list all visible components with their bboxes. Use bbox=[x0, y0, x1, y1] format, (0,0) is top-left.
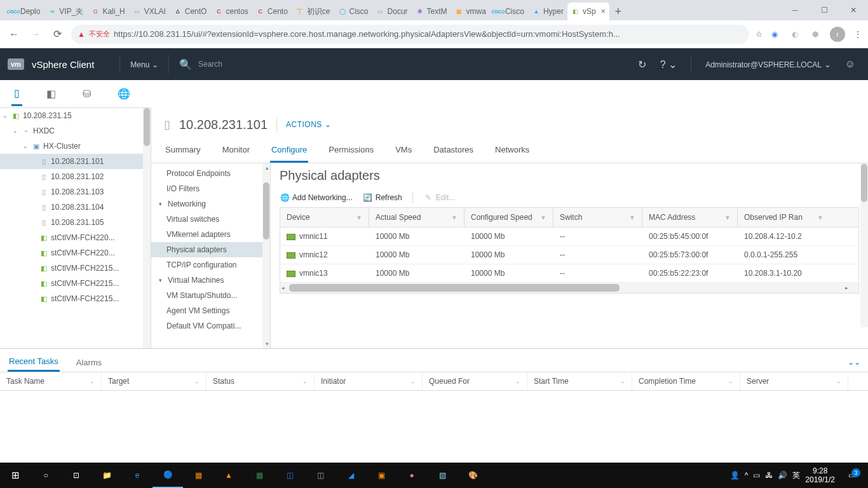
reload-button[interactable]: ⟳ bbox=[50, 28, 65, 40]
volume-icon[interactable]: 🔊 bbox=[778, 471, 787, 480]
taskbar-app[interactable]: 🎨 bbox=[458, 463, 488, 488]
filter-icon[interactable]: ▼ bbox=[817, 214, 824, 221]
tab-configure[interactable]: Configure bbox=[270, 139, 308, 163]
tree-datacenter[interactable]: ⌄▫HXDC bbox=[0, 123, 151, 139]
vms-templates-icon[interactable]: ◧ bbox=[44, 83, 58, 105]
cfg-item[interactable]: Protocol Endpoints bbox=[151, 166, 270, 181]
url-field[interactable]: ▲ 不安全 https://10.208.231.15/ui/#?extensi… bbox=[71, 25, 749, 44]
cfg-item[interactable]: Agent VM Settings bbox=[151, 303, 270, 318]
column-header[interactable]: Device▼ bbox=[280, 208, 369, 227]
menu-icon[interactable]: ⋮ bbox=[854, 30, 862, 39]
close-window-button[interactable]: ✕ bbox=[839, 0, 868, 20]
ime-indicator[interactable]: 英 bbox=[792, 470, 800, 481]
new-tab-button[interactable]: + bbox=[609, 3, 627, 20]
minimize-button[interactable]: ─ bbox=[780, 0, 810, 20]
battery-icon[interactable]: ▭ bbox=[753, 471, 760, 480]
browser-tab[interactable]: ▦vmwa bbox=[451, 3, 490, 20]
profile-avatar[interactable]: r bbox=[830, 27, 845, 42]
cfg-item[interactable]: ▾Virtual Machines bbox=[151, 273, 270, 288]
taskbar-app[interactable]: ◢ bbox=[336, 463, 366, 488]
taskbar-app[interactable]: ▣ bbox=[366, 463, 397, 488]
browser-tab[interactable]: ▭VXLAI bbox=[129, 3, 170, 20]
maximize-button[interactable]: ☐ bbox=[810, 0, 839, 20]
taskbar-app[interactable]: ▲ bbox=[214, 463, 244, 488]
cfg-item[interactable]: Physical adapters bbox=[151, 242, 270, 257]
column-header[interactable]: Switch▼ bbox=[553, 208, 642, 227]
tree-vm[interactable]: ◧stCtlVM-FCH2215... bbox=[0, 261, 151, 276]
browser-tab[interactable]: 丁初识ce bbox=[292, 3, 334, 20]
browser-tab[interactable]: ◯Cisco bbox=[334, 3, 372, 20]
browser-tab[interactable]: Ccentos bbox=[210, 3, 252, 20]
extension-icon[interactable]: ⬢ bbox=[810, 29, 821, 40]
network-icon[interactable]: 🖧 bbox=[765, 471, 773, 480]
tab-vms[interactable]: VMs bbox=[394, 139, 413, 163]
tree-host[interactable]: ▯10.208.231.104 bbox=[0, 200, 151, 215]
table-row[interactable]: vmnic1310000 Mb10000 Mb--00:25:b5:22:23:… bbox=[280, 264, 858, 283]
tree-vm[interactable]: ◧stCtlVM-FCH220... bbox=[0, 245, 151, 261]
refresh-button[interactable]: 🔄Refresh bbox=[363, 193, 402, 203]
browser-tab[interactable]: ciscoDeplo bbox=[5, 3, 44, 20]
networking-icon[interactable]: 🌐 bbox=[115, 83, 133, 105]
filter-icon[interactable]: ▼ bbox=[451, 214, 458, 221]
tree-vm[interactable]: ◧stCtlVM-FCH2215... bbox=[0, 291, 151, 306]
notifications-button[interactable]: ▭ 3 bbox=[840, 471, 863, 480]
tab-monitor[interactable]: Monitor bbox=[221, 139, 251, 163]
edit-button[interactable]: ✎Edit... bbox=[423, 193, 456, 203]
tree-cluster[interactable]: ⌄▣HX-Cluster bbox=[0, 139, 151, 154]
column-header[interactable]: Actual Speed▼ bbox=[369, 208, 465, 227]
cfg-item[interactable]: Default VM Compati... bbox=[151, 318, 270, 334]
tab-networks[interactable]: Networks bbox=[494, 139, 531, 163]
collapse-icon[interactable]: ⌄⌄ bbox=[848, 358, 860, 367]
actions-button[interactable]: ACTIONS ⌄ bbox=[286, 120, 331, 129]
filter-icon[interactable]: ▼ bbox=[724, 214, 731, 221]
taskbar-app[interactable]: e bbox=[122, 463, 153, 488]
cfg-item[interactable]: I/O Filters bbox=[151, 181, 270, 196]
task-column-header[interactable]: Initiator⌄ bbox=[315, 372, 423, 390]
browser-tab[interactable]: ∞VIP_夹 bbox=[44, 3, 87, 20]
vertical-scrollbar[interactable] bbox=[860, 163, 868, 327]
task-column-header[interactable]: Server⌄ bbox=[740, 372, 848, 390]
table-row[interactable]: vmnic1210000 Mb10000 Mb--00:25:b5:73:00:… bbox=[280, 246, 858, 264]
filter-icon[interactable]: ▼ bbox=[356, 214, 362, 221]
column-header[interactable]: Configured Speed▼ bbox=[465, 208, 553, 227]
tab-recent-tasks[interactable]: Recent Tasks bbox=[8, 353, 60, 372]
task-view-button[interactable]: ⊡ bbox=[61, 463, 92, 488]
table-row[interactable]: vmnic1110000 Mb10000 Mb--00:25:b5:45:00:… bbox=[280, 227, 858, 246]
browser-tab[interactable]: ✻TextM bbox=[412, 3, 451, 20]
tree-vcenter[interactable]: ⌄◧10.208.231.15 bbox=[0, 108, 151, 123]
close-tab-icon[interactable]: × bbox=[601, 7, 606, 16]
back-button[interactable]: ← bbox=[6, 29, 22, 40]
tab-datastores[interactable]: Datastores bbox=[432, 139, 475, 163]
taskbar-app[interactable]: ▦ bbox=[244, 463, 275, 488]
column-header[interactable]: Observed IP Ran▼ bbox=[738, 208, 830, 227]
task-column-header[interactable]: Queued For⌄ bbox=[423, 372, 527, 390]
browser-tab[interactable]: ΔCentO bbox=[170, 3, 211, 20]
bookmark-icon[interactable]: ☆ bbox=[756, 30, 763, 39]
tree-host[interactable]: ▯10.208.231.103 bbox=[0, 184, 151, 200]
user-menu[interactable]: Administrator@VSPHERE.LOCAL ⌄ bbox=[705, 60, 831, 69]
task-column-header[interactable]: Start Time⌄ bbox=[527, 372, 632, 390]
global-search[interactable]: 🔍 Search bbox=[179, 58, 222, 71]
smiley-icon[interactable]: ☺ bbox=[845, 58, 855, 70]
task-column-header[interactable]: Completion Time⌄ bbox=[632, 372, 740, 390]
cortana-button[interactable]: ○ bbox=[31, 463, 61, 488]
filter-icon[interactable]: ▼ bbox=[540, 214, 546, 221]
cfg-item[interactable]: VMkernel adapters bbox=[151, 227, 270, 242]
tab-alarms[interactable]: Alarms bbox=[75, 354, 103, 371]
tab-summary[interactable]: Summary bbox=[164, 139, 202, 163]
taskbar-app[interactable]: ◫ bbox=[305, 463, 336, 488]
tray-chevron-icon[interactable]: ^ bbox=[745, 471, 749, 480]
horizontal-scrollbar[interactable]: ◂ ▸ bbox=[280, 283, 858, 293]
task-column-header[interactable]: Task Name⌄ bbox=[0, 372, 102, 390]
tab-permissions[interactable]: Permissions bbox=[327, 139, 375, 163]
storage-icon[interactable]: ⛁ bbox=[80, 83, 93, 105]
system-clock[interactable]: 9:28 2019/1/2 bbox=[805, 466, 835, 485]
extension-icon[interactable]: ◐ bbox=[789, 29, 801, 40]
tree-host[interactable]: ▯10.208.231.101 bbox=[0, 154, 151, 169]
people-icon[interactable]: 👤 bbox=[730, 471, 740, 480]
cfg-item[interactable]: ▾Networking bbox=[151, 196, 270, 212]
browser-tab[interactable]: ▭Docur bbox=[372, 3, 412, 20]
hosts-clusters-icon[interactable]: ▯ bbox=[11, 82, 22, 106]
menu-button[interactable]: Menu ⌄ bbox=[130, 60, 158, 69]
help-icon[interactable]: ? ⌄ bbox=[660, 58, 677, 71]
